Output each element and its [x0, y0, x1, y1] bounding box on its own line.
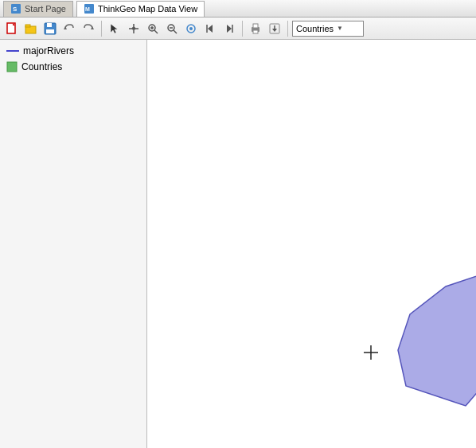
print-icon [250, 23, 261, 34]
save-icon [44, 22, 57, 35]
select-tool-button[interactable] [106, 20, 123, 37]
svg-line-16 [154, 30, 158, 33]
river-layer-icon [6, 46, 19, 56]
prev-extent-button[interactable] [201, 20, 219, 37]
pan-tool-button[interactable] [125, 20, 142, 37]
svg-rect-30 [253, 30, 258, 33]
zoom-out-button[interactable] [163, 20, 181, 37]
blue-country-polygon[interactable] [398, 255, 476, 406]
chevron-down-icon: ▼ [337, 25, 343, 32]
new-button[interactable] [3, 20, 21, 37]
map-svg [147, 40, 476, 448]
export-icon [269, 23, 280, 34]
pan-icon [128, 23, 139, 34]
svg-marker-13 [111, 24, 118, 33]
country-layer-icon [6, 61, 18, 72]
main-content: majorRivers Countries [0, 40, 476, 448]
svg-marker-11 [64, 26, 67, 29]
zoom-in-icon [147, 23, 158, 34]
layer-item-countries[interactable]: Countries [0, 59, 146, 75]
title-bar: S Start Page M ThinkGeo Map Data View [0, 0, 476, 18]
next-extent-button[interactable] [220, 20, 238, 37]
layer-label-countries: Countries [21, 61, 62, 72]
svg-text:S: S [13, 6, 18, 13]
svg-marker-33 [272, 29, 277, 32]
layer-panel: majorRivers Countries [0, 40, 147, 448]
svg-marker-12 [91, 26, 94, 29]
start-page-icon: S [10, 3, 21, 14]
tab-map-view-label: ThinkGeo Map Data View [98, 4, 197, 14]
select-icon [109, 23, 120, 34]
open-button[interactable] [22, 20, 40, 37]
tab-map-view[interactable]: M ThinkGeo Map Data View [76, 1, 205, 17]
svg-point-14 [132, 27, 135, 30]
undo-icon [63, 22, 76, 35]
svg-line-20 [174, 30, 177, 33]
sep-1 [101, 21, 102, 37]
svg-rect-29 [253, 24, 258, 28]
next-extent-icon [224, 23, 235, 34]
new-icon [6, 22, 18, 35]
svg-rect-9 [47, 23, 52, 27]
toolbar: Countries ▼ [0, 18, 476, 40]
layer-dropdown-label: Countries [296, 24, 334, 33]
svg-point-23 [189, 27, 193, 30]
tab-start-page-label: Start Page [25, 4, 66, 14]
map-view-icon: M [84, 3, 95, 14]
layer-item-rivers[interactable]: majorRivers [0, 43, 146, 59]
sep-2 [242, 21, 243, 37]
tab-start-page[interactable]: S Start Page [3, 1, 73, 17]
prev-extent-icon [205, 23, 216, 34]
zoom-extent-button[interactable] [182, 20, 200, 37]
print-button[interactable] [247, 20, 264, 37]
open-icon [25, 22, 37, 35]
svg-rect-10 [46, 29, 54, 33]
zoom-out-icon [166, 23, 178, 34]
export-button[interactable] [266, 20, 283, 37]
redo-button[interactable] [80, 20, 97, 37]
save-button[interactable] [41, 20, 59, 37]
undo-button[interactable] [60, 20, 78, 37]
map-canvas[interactable] [147, 40, 476, 448]
redo-icon [82, 22, 95, 35]
sep-3 [287, 21, 288, 37]
svg-marker-26 [227, 25, 232, 33]
svg-rect-35 [7, 62, 17, 72]
zoom-extent-icon [185, 23, 197, 34]
zoom-in-button[interactable] [144, 20, 162, 37]
layer-dropdown[interactable]: Countries ▼ [292, 21, 364, 37]
layer-label-rivers: majorRivers [23, 45, 74, 56]
svg-rect-7 [25, 25, 30, 27]
svg-text:M: M [85, 6, 90, 12]
svg-marker-24 [208, 25, 213, 33]
